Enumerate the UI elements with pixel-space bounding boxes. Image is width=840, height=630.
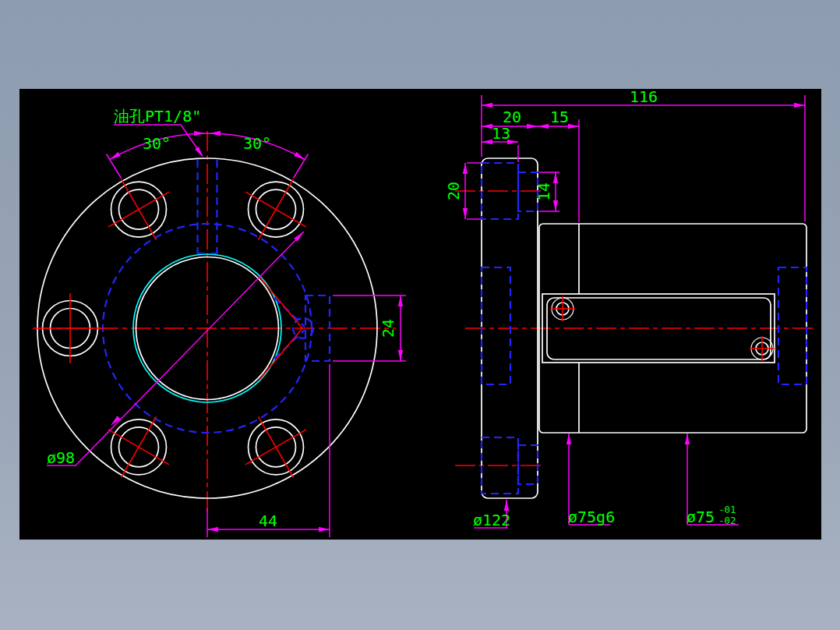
body-tol-upper-text: -01 bbox=[718, 504, 736, 515]
counterbore-dia-text: 20 bbox=[444, 182, 463, 200]
flat-width-text: 24 bbox=[379, 319, 397, 338]
drawing-viewport[interactable] bbox=[19, 89, 821, 540]
flat-offset-text: 44 bbox=[259, 511, 277, 530]
flange-dia-text: ø122 bbox=[473, 511, 510, 529]
body-tol-lower-text: -02 bbox=[718, 515, 736, 526]
bolt-circle-text: ø98 bbox=[47, 448, 75, 467]
angle-left-text: 30° bbox=[143, 134, 171, 153]
oil-port-text: 油孔PT1/8" bbox=[114, 107, 201, 126]
overall-length-text: 116 bbox=[630, 87, 658, 106]
angle-right-text: 30° bbox=[243, 134, 271, 153]
cad-window: 油孔PT1/8" 30° 30° ø98 bbox=[0, 0, 840, 630]
counterbore-depth-text: 13 bbox=[492, 124, 510, 143]
body-fit-dia-text: ø75g6 bbox=[568, 508, 615, 526]
bolt-hole-dia-text: 14 bbox=[535, 182, 553, 201]
spacer-width-text: 15 bbox=[550, 108, 569, 126]
body-dia-text: ø75 bbox=[686, 508, 715, 526]
